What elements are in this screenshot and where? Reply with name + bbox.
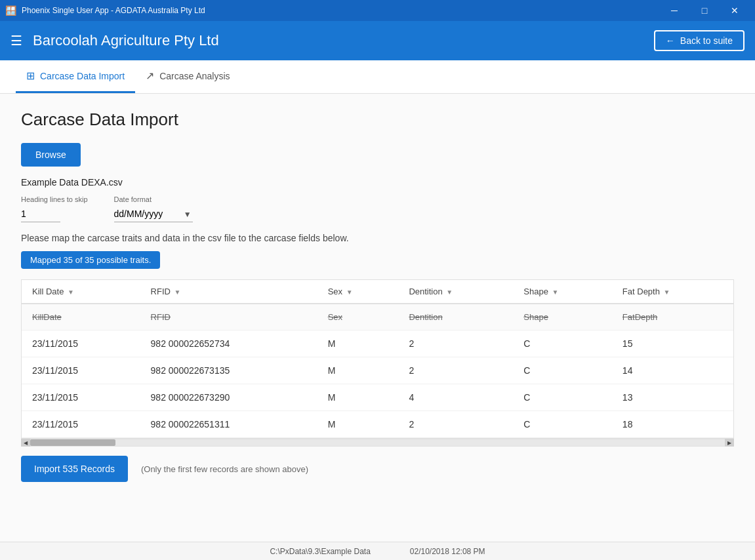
scrollbar-track[interactable] bbox=[30, 439, 725, 446]
cell-2-1: 982 000022673290 bbox=[140, 384, 317, 411]
scrollbar-thumb[interactable] bbox=[30, 439, 115, 446]
rfid-sort-icon: ▼ bbox=[174, 289, 181, 296]
col-fat-depth[interactable]: Fat Depth ▼ bbox=[612, 280, 733, 304]
browse-button[interactable]: Browse bbox=[21, 143, 81, 167]
heading-lines-label: Heading lines to skip bbox=[21, 195, 88, 203]
back-to-suite-button[interactable]: ← Back to suite bbox=[654, 30, 745, 51]
table-row: 23/11/2015982 000022651311M2C18 bbox=[22, 411, 733, 438]
table-row: 23/11/2015982 000022673290M4C13 bbox=[22, 384, 733, 411]
csv-header-shape: Shape bbox=[513, 304, 612, 330]
dentition-sort-icon: ▼ bbox=[446, 289, 453, 296]
col-sex[interactable]: Sex ▼ bbox=[317, 280, 399, 304]
file-info: Example Data DEXA.csv Heading lines to s… bbox=[21, 177, 734, 222]
filename-text: Example Data DEXA.csv bbox=[21, 177, 734, 188]
analysis-tab-icon: ↗ bbox=[146, 70, 154, 82]
tab-carcase-data-import[interactable]: ⊞ Carcase Data Import bbox=[16, 60, 135, 93]
scroll-right-button[interactable]: ▶ bbox=[725, 439, 734, 447]
cell-1-5: 14 bbox=[612, 357, 733, 384]
main-content: ⊞ Carcase Data Import ↗ Carcase Analysis… bbox=[0, 60, 755, 542]
cell-1-1: 982 000022673135 bbox=[140, 357, 317, 384]
scroll-left-button[interactable]: ◀ bbox=[21, 439, 30, 447]
cell-0-3: 2 bbox=[398, 330, 513, 357]
minimize-button[interactable]: ─ bbox=[659, 0, 689, 21]
hamburger-menu-button[interactable]: ☰ bbox=[10, 33, 22, 49]
cell-3-1: 982 000022651311 bbox=[140, 411, 317, 438]
import-tab-icon: ⊞ bbox=[26, 70, 35, 82]
cell-0-5: 15 bbox=[612, 330, 733, 357]
page-title: Carcase Data Import bbox=[21, 110, 734, 130]
csv-header-kill-date: KillDate bbox=[22, 304, 140, 330]
cell-3-5: 18 bbox=[612, 411, 733, 438]
csv-header-dentition: Dentition bbox=[398, 304, 513, 330]
fat-depth-sort-icon: ▼ bbox=[664, 289, 670, 296]
maximize-button[interactable]: □ bbox=[689, 0, 720, 21]
cell-0-2: M bbox=[317, 330, 399, 357]
cell-1-3: 2 bbox=[398, 357, 513, 384]
cell-0-4: C bbox=[513, 330, 612, 357]
col-kill-date[interactable]: Kill Date ▼ bbox=[22, 280, 140, 304]
cell-1-2: M bbox=[317, 357, 399, 384]
csv-header-rfid: RFID bbox=[140, 304, 317, 330]
cell-3-0: 23/11/2015 bbox=[22, 411, 140, 438]
table-row: 23/11/2015982 000022673135M2C14 bbox=[22, 357, 733, 384]
cell-3-2: M bbox=[317, 411, 399, 438]
map-info-text: Please map the carcase traits and data i… bbox=[21, 233, 734, 243]
csv-header-fat-depth: FatDepth bbox=[612, 304, 733, 330]
shape-sort-icon: ▼ bbox=[552, 289, 558, 296]
csv-header-row: KillDate RFID Sex Dentition Shape FatDep… bbox=[22, 304, 733, 330]
title-bar-text: Phoenix Single User App - AGDATA Austral… bbox=[22, 6, 205, 15]
tab-carcase-analysis[interactable]: ↗ Carcase Analysis bbox=[135, 60, 240, 93]
table-header-row: Kill Date ▼ RFID ▼ Sex ▼ Dentition bbox=[22, 280, 733, 304]
sex-sort-icon: ▼ bbox=[346, 289, 353, 296]
cell-1-4: C bbox=[513, 357, 612, 384]
cell-0-0: 23/11/2015 bbox=[22, 330, 140, 357]
page-content: Carcase Data Import Browse Example Data … bbox=[0, 94, 755, 498]
cell-3-3: 2 bbox=[398, 411, 513, 438]
data-table: Kill Date ▼ RFID ▼ Sex ▼ Dentition bbox=[22, 280, 733, 438]
date-format-label: Date format bbox=[114, 195, 193, 203]
cell-0-1: 982 000022652734 bbox=[140, 330, 317, 357]
cell-2-2: M bbox=[317, 384, 399, 411]
cell-2-5: 13 bbox=[612, 384, 733, 411]
tab-bar: ⊞ Carcase Data Import ↗ Carcase Analysis bbox=[0, 60, 755, 94]
mapped-badge: Mapped 35 of 35 possible traits. bbox=[21, 251, 160, 269]
app-header: ☰ Barcoolah Agriculture Pty Ltd ← Back t… bbox=[0, 21, 755, 60]
col-rfid[interactable]: RFID ▼ bbox=[140, 280, 317, 304]
horizontal-scrollbar[interactable]: ◀ ▶ bbox=[21, 439, 734, 447]
close-button[interactable]: ✕ bbox=[720, 0, 750, 21]
import-note-text: (Only the first few records are shown ab… bbox=[141, 464, 308, 474]
cell-3-4: C bbox=[513, 411, 612, 438]
data-table-container: Kill Date ▼ RFID ▼ Sex ▼ Dentition bbox=[21, 279, 734, 439]
import-records-button[interactable]: Import 535 Records bbox=[21, 456, 128, 482]
app-title: Barcoolah Agriculture Pty Ltd bbox=[33, 32, 219, 49]
back-arrow-icon: ← bbox=[666, 35, 675, 46]
kill-date-sort-icon: ▼ bbox=[68, 289, 74, 296]
cell-2-3: 4 bbox=[398, 384, 513, 411]
col-dentition[interactable]: Dentition ▼ bbox=[398, 280, 513, 304]
footer-actions: Import 535 Records (Only the first few r… bbox=[21, 447, 734, 482]
app-icon: 🪟 bbox=[5, 5, 16, 16]
cell-1-0: 23/11/2015 bbox=[22, 357, 140, 384]
csv-header-sex: Sex bbox=[317, 304, 399, 330]
col-shape[interactable]: Shape ▼ bbox=[513, 280, 612, 304]
cell-2-4: C bbox=[513, 384, 612, 411]
date-format-select[interactable]: dd/MM/yyyy MM/dd/yyyy yyyy/MM/dd bbox=[114, 206, 193, 222]
cell-2-0: 23/11/2015 bbox=[22, 384, 140, 411]
title-bar: 🪟 Phoenix Single User App - AGDATA Austr… bbox=[0, 0, 755, 21]
heading-lines-input[interactable] bbox=[21, 206, 60, 222]
table-row: 23/11/2015982 000022652734M2C15 bbox=[22, 330, 733, 357]
